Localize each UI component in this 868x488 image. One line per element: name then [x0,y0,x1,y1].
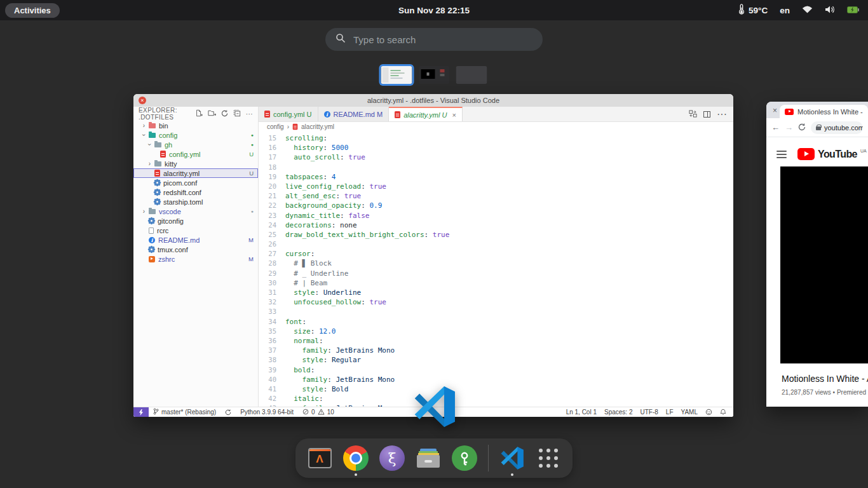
reload-icon[interactable] [798,122,806,133]
more-actions-icon[interactable]: ··· [246,111,253,118]
chrome-window[interactable]: × Motionless In White - ← → youtube.com/… [766,102,868,407]
line-number: 31 [259,288,285,297]
keyboard-layout[interactable]: en [780,6,790,15]
tab-close-icon[interactable]: × [773,106,777,115]
explorer-item-gitconfig[interactable]: gitconfig [133,216,258,226]
tab-config.yml[interactable]: config.yml U [259,107,318,121]
explorer-item-zshrc[interactable]: zshrcM [133,254,258,264]
explorer-item-label: picom.conf [163,179,197,187]
editor-more-actions-icon[interactable]: ··· [717,109,727,120]
padlock-icon [816,126,821,130]
activities-button[interactable]: Activities [5,3,60,18]
feedback-icon[interactable] [702,407,716,417]
problems-status[interactable]: 0 10 [298,407,339,417]
alacritty-icon: Λ [308,448,332,468]
workspace-thumbnail-1[interactable] [381,66,412,84]
battery-icon[interactable] [847,6,859,15]
tab-alacritty.yml[interactable]: alacritty.yml U× [389,107,463,121]
tab-README.md[interactable]: README.md M [318,107,390,121]
language-mode[interactable]: YAML [677,407,702,417]
explorer-item-config[interactable]: ›config● [133,130,258,140]
code-line: 25draw_bold_text_with_bright_colors: tru… [259,230,733,240]
explorer-item-rcrc[interactable]: rcrc [133,226,258,235]
code-line: 40 family: JetBrains Mono [259,375,733,384]
explorer-item-picom.conf[interactable]: picom.conf [133,178,258,187]
dock-emacs[interactable]: ξ [379,445,405,471]
back-icon[interactable]: ← [771,123,780,132]
explorer-item-tmux.conf[interactable]: tmux.conf [133,245,258,254]
explorer-item-starship.toml[interactable]: starship.toml [133,197,258,207]
editor-area: config.yml UREADME.md Malacritty.yml U× … [259,107,733,407]
new-folder-icon[interactable] [208,109,216,118]
explorer-item-vscode[interactable]: ›vscode● [133,207,258,216]
chrome-active-tab[interactable]: Motionless In White - [780,105,868,118]
sync-icon[interactable] [220,407,236,417]
git-status-badge: M [248,255,254,262]
indentation[interactable]: Spaces: 2 [600,407,636,417]
dock-keepassxc[interactable] [452,445,477,471]
breadcrumb-file[interactable]: alacritty.yml [301,123,334,130]
workspace-thumbnail-2[interactable] [419,66,450,84]
cursor-position[interactable]: Ln 1, Col 1 [562,407,600,417]
new-file-icon[interactable] [195,109,203,118]
gear-icon [154,180,160,186]
forward-icon[interactable]: → [785,123,793,132]
workspace-thumbnail-3[interactable] [456,66,487,84]
explorer-item-label: gh [165,141,172,149]
code-line: 37 family: JetBrains Mono [259,346,733,355]
notifications-bell-icon[interactable] [716,407,730,417]
explorer-item-label: kitty [165,160,177,168]
explorer-item-redshift.conf[interactable]: redshift.conf [133,187,258,197]
line-number: 38 [259,355,285,365]
code-line: 20live_config_reload: true [259,182,733,191]
close-button[interactable]: × [139,97,146,104]
dock-chrome[interactable] [343,445,369,471]
dock-vscode[interactable] [499,445,525,471]
search-bar[interactable] [325,28,543,51]
python-interpreter[interactable]: Python 3.9.9 64-bit [236,407,298,417]
explorer-item-bin[interactable]: ›bin [133,121,258,130]
eol-sequence[interactable]: LF [662,407,677,417]
breadcrumb[interactable]: config › alacritty.yml [259,122,733,132]
tab-close-icon[interactable]: × [452,111,456,119]
compare-changes-icon[interactable] [689,109,697,120]
dock-files[interactable] [416,445,441,471]
code-editor[interactable]: 15scrolling:16 history: 500017 auto_scro… [259,132,733,407]
tabbar-spacer [463,107,682,121]
chrome-tab-strip: × Motionless In White - [766,102,868,118]
breadcrumb-folder[interactable]: config [267,123,284,130]
system-tray[interactable]: 59°C en [738,0,859,20]
search-input[interactable] [353,34,532,45]
youtube-header: YouTube UA [766,137,868,160]
line-number: 16 [259,143,285,152]
explorer-item-alacritty.yml[interactable]: alacritty.ymlU [133,168,258,178]
remote-indicator[interactable] [133,407,149,417]
collapse-all-icon[interactable] [233,109,241,118]
youtube-logo[interactable]: YouTube UA [797,148,867,160]
git-branch-status[interactable]: master* (Rebasing) [149,407,220,417]
split-editor-icon[interactable] [703,111,710,118]
menu-icon[interactable] [776,151,787,158]
folder-icon [149,209,156,214]
git-status-badge: U [249,170,254,177]
address-bar[interactable]: youtube.com/wa [811,121,863,134]
gear-icon [154,199,160,205]
explorer-item-kitty[interactable]: ›kitty [133,159,258,168]
vscode-app-icon [413,385,456,428]
dock-alacritty[interactable]: Λ [307,445,332,471]
refresh-icon[interactable] [221,110,228,118]
video-player[interactable] [780,166,868,363]
dock-app-grid[interactable] [536,445,561,471]
encoding[interactable]: UTF-8 [636,407,661,417]
explorer-item-README.md[interactable]: README.mdM [133,235,258,245]
code-line: 38 style: Regular [259,355,733,365]
vscode-window[interactable]: × alacritty.yml - .dotfiles - Visual Stu… [133,94,733,417]
wifi-icon[interactable] [802,5,813,15]
youtube-favicon [785,109,794,115]
explorer-item-config.yml[interactable]: config.ymlU [133,149,258,159]
volume-icon[interactable] [825,5,835,16]
clock[interactable]: Sun Nov 28 22:15 [398,0,470,20]
explorer-item-gh[interactable]: ›gh● [133,140,258,149]
code-line: 35 size: 12.0 [259,327,733,336]
line-number: 23 [259,211,285,220]
